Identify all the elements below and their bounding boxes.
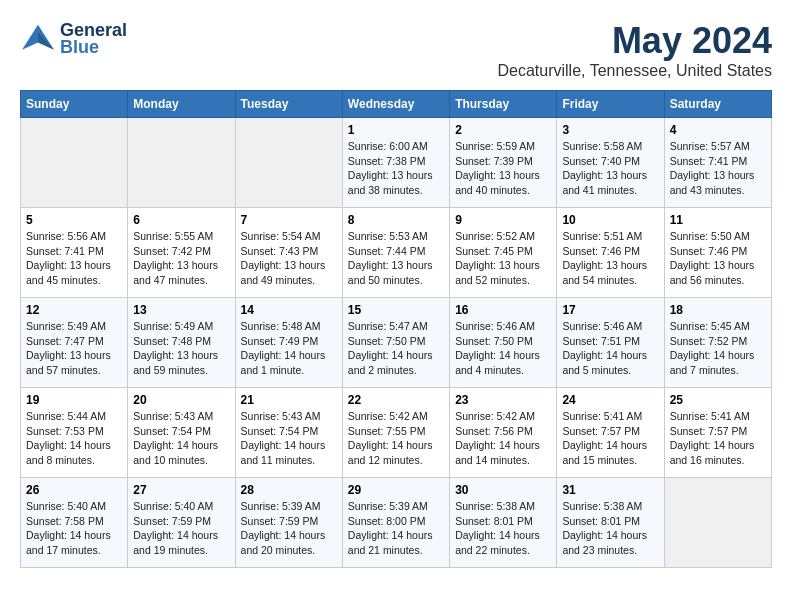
day-info: Sunrise: 5:43 AM Sunset: 7:54 PM Dayligh… (133, 409, 229, 468)
calendar-cell: 14Sunrise: 5:48 AM Sunset: 7:49 PM Dayli… (235, 298, 342, 388)
day-number: 11 (670, 213, 766, 227)
page-header: General Blue May 2024 Decaturville, Tenn… (20, 20, 772, 80)
logo-icon (20, 23, 56, 55)
calendar-cell: 18Sunrise: 5:45 AM Sunset: 7:52 PM Dayli… (664, 298, 771, 388)
day-info: Sunrise: 5:57 AM Sunset: 7:41 PM Dayligh… (670, 139, 766, 198)
weekday-header-thursday: Thursday (450, 91, 557, 118)
calendar-cell: 19Sunrise: 5:44 AM Sunset: 7:53 PM Dayli… (21, 388, 128, 478)
calendar-cell: 15Sunrise: 5:47 AM Sunset: 7:50 PM Dayli… (342, 298, 449, 388)
calendar-cell: 5Sunrise: 5:56 AM Sunset: 7:41 PM Daylig… (21, 208, 128, 298)
calendar-table: SundayMondayTuesdayWednesdayThursdayFrid… (20, 90, 772, 568)
day-number: 30 (455, 483, 551, 497)
day-info: Sunrise: 5:59 AM Sunset: 7:39 PM Dayligh… (455, 139, 551, 198)
calendar-week-row: 5Sunrise: 5:56 AM Sunset: 7:41 PM Daylig… (21, 208, 772, 298)
calendar-cell (235, 118, 342, 208)
day-number: 24 (562, 393, 658, 407)
day-number: 15 (348, 303, 444, 317)
weekday-header-monday: Monday (128, 91, 235, 118)
day-info: Sunrise: 5:56 AM Sunset: 7:41 PM Dayligh… (26, 229, 122, 288)
day-number: 29 (348, 483, 444, 497)
weekday-header-friday: Friday (557, 91, 664, 118)
calendar-cell: 31Sunrise: 5:38 AM Sunset: 8:01 PM Dayli… (557, 478, 664, 568)
day-info: Sunrise: 5:54 AM Sunset: 7:43 PM Dayligh… (241, 229, 337, 288)
calendar-cell: 11Sunrise: 5:50 AM Sunset: 7:46 PM Dayli… (664, 208, 771, 298)
day-number: 18 (670, 303, 766, 317)
calendar-cell: 27Sunrise: 5:40 AM Sunset: 7:59 PM Dayli… (128, 478, 235, 568)
day-info: Sunrise: 5:39 AM Sunset: 8:00 PM Dayligh… (348, 499, 444, 558)
calendar-cell: 17Sunrise: 5:46 AM Sunset: 7:51 PM Dayli… (557, 298, 664, 388)
day-number: 28 (241, 483, 337, 497)
day-info: Sunrise: 5:40 AM Sunset: 7:58 PM Dayligh… (26, 499, 122, 558)
calendar-week-row: 12Sunrise: 5:49 AM Sunset: 7:47 PM Dayli… (21, 298, 772, 388)
calendar-cell: 20Sunrise: 5:43 AM Sunset: 7:54 PM Dayli… (128, 388, 235, 478)
calendar-cell: 25Sunrise: 5:41 AM Sunset: 7:57 PM Dayli… (664, 388, 771, 478)
calendar-cell (21, 118, 128, 208)
logo: General Blue (20, 20, 127, 58)
day-info: Sunrise: 5:42 AM Sunset: 7:55 PM Dayligh… (348, 409, 444, 468)
title-section: May 2024 Decaturville, Tennessee, United… (497, 20, 772, 80)
day-info: Sunrise: 5:46 AM Sunset: 7:50 PM Dayligh… (455, 319, 551, 378)
day-number: 21 (241, 393, 337, 407)
day-info: Sunrise: 5:47 AM Sunset: 7:50 PM Dayligh… (348, 319, 444, 378)
calendar-cell: 10Sunrise: 5:51 AM Sunset: 7:46 PM Dayli… (557, 208, 664, 298)
day-number: 31 (562, 483, 658, 497)
day-info: Sunrise: 5:41 AM Sunset: 7:57 PM Dayligh… (562, 409, 658, 468)
weekday-header-saturday: Saturday (664, 91, 771, 118)
day-number: 25 (670, 393, 766, 407)
logo-text: General Blue (60, 20, 127, 58)
calendar-cell: 3Sunrise: 5:58 AM Sunset: 7:40 PM Daylig… (557, 118, 664, 208)
day-info: Sunrise: 5:39 AM Sunset: 7:59 PM Dayligh… (241, 499, 337, 558)
calendar-cell: 30Sunrise: 5:38 AM Sunset: 8:01 PM Dayli… (450, 478, 557, 568)
day-number: 20 (133, 393, 229, 407)
calendar-cell: 26Sunrise: 5:40 AM Sunset: 7:58 PM Dayli… (21, 478, 128, 568)
calendar-cell: 12Sunrise: 5:49 AM Sunset: 7:47 PM Dayli… (21, 298, 128, 388)
calendar-cell: 29Sunrise: 5:39 AM Sunset: 8:00 PM Dayli… (342, 478, 449, 568)
day-info: Sunrise: 5:44 AM Sunset: 7:53 PM Dayligh… (26, 409, 122, 468)
calendar-cell: 24Sunrise: 5:41 AM Sunset: 7:57 PM Dayli… (557, 388, 664, 478)
day-number: 27 (133, 483, 229, 497)
day-number: 1 (348, 123, 444, 137)
day-info: Sunrise: 5:52 AM Sunset: 7:45 PM Dayligh… (455, 229, 551, 288)
day-number: 2 (455, 123, 551, 137)
day-info: Sunrise: 5:43 AM Sunset: 7:54 PM Dayligh… (241, 409, 337, 468)
day-info: Sunrise: 5:58 AM Sunset: 7:40 PM Dayligh… (562, 139, 658, 198)
location-subtitle: Decaturville, Tennessee, United States (497, 62, 772, 80)
calendar-cell: 23Sunrise: 5:42 AM Sunset: 7:56 PM Dayli… (450, 388, 557, 478)
day-info: Sunrise: 5:38 AM Sunset: 8:01 PM Dayligh… (455, 499, 551, 558)
weekday-header-wednesday: Wednesday (342, 91, 449, 118)
calendar-cell: 4Sunrise: 5:57 AM Sunset: 7:41 PM Daylig… (664, 118, 771, 208)
calendar-cell: 7Sunrise: 5:54 AM Sunset: 7:43 PM Daylig… (235, 208, 342, 298)
day-number: 5 (26, 213, 122, 227)
day-info: Sunrise: 5:50 AM Sunset: 7:46 PM Dayligh… (670, 229, 766, 288)
day-number: 13 (133, 303, 229, 317)
calendar-cell: 28Sunrise: 5:39 AM Sunset: 7:59 PM Dayli… (235, 478, 342, 568)
day-info: Sunrise: 5:55 AM Sunset: 7:42 PM Dayligh… (133, 229, 229, 288)
day-number: 7 (241, 213, 337, 227)
day-info: Sunrise: 6:00 AM Sunset: 7:38 PM Dayligh… (348, 139, 444, 198)
day-number: 10 (562, 213, 658, 227)
calendar-header-row: SundayMondayTuesdayWednesdayThursdayFrid… (21, 91, 772, 118)
calendar-cell: 21Sunrise: 5:43 AM Sunset: 7:54 PM Dayli… (235, 388, 342, 478)
day-number: 9 (455, 213, 551, 227)
calendar-cell: 8Sunrise: 5:53 AM Sunset: 7:44 PM Daylig… (342, 208, 449, 298)
day-info: Sunrise: 5:46 AM Sunset: 7:51 PM Dayligh… (562, 319, 658, 378)
day-number: 12 (26, 303, 122, 317)
day-number: 4 (670, 123, 766, 137)
day-info: Sunrise: 5:49 AM Sunset: 7:47 PM Dayligh… (26, 319, 122, 378)
day-info: Sunrise: 5:49 AM Sunset: 7:48 PM Dayligh… (133, 319, 229, 378)
day-info: Sunrise: 5:53 AM Sunset: 7:44 PM Dayligh… (348, 229, 444, 288)
day-info: Sunrise: 5:42 AM Sunset: 7:56 PM Dayligh… (455, 409, 551, 468)
day-info: Sunrise: 5:41 AM Sunset: 7:57 PM Dayligh… (670, 409, 766, 468)
day-number: 14 (241, 303, 337, 317)
calendar-cell (664, 478, 771, 568)
day-info: Sunrise: 5:40 AM Sunset: 7:59 PM Dayligh… (133, 499, 229, 558)
calendar-cell: 22Sunrise: 5:42 AM Sunset: 7:55 PM Dayli… (342, 388, 449, 478)
calendar-cell: 13Sunrise: 5:49 AM Sunset: 7:48 PM Dayli… (128, 298, 235, 388)
calendar-cell: 2Sunrise: 5:59 AM Sunset: 7:39 PM Daylig… (450, 118, 557, 208)
day-info: Sunrise: 5:48 AM Sunset: 7:49 PM Dayligh… (241, 319, 337, 378)
day-number: 8 (348, 213, 444, 227)
day-info: Sunrise: 5:51 AM Sunset: 7:46 PM Dayligh… (562, 229, 658, 288)
calendar-week-row: 26Sunrise: 5:40 AM Sunset: 7:58 PM Dayli… (21, 478, 772, 568)
month-title: May 2024 (497, 20, 772, 62)
calendar-cell: 1Sunrise: 6:00 AM Sunset: 7:38 PM Daylig… (342, 118, 449, 208)
